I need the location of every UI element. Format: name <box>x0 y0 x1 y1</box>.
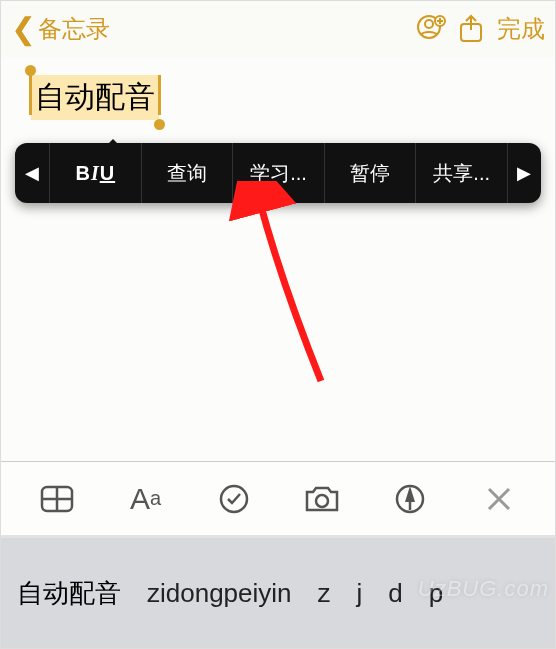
text-format-icon[interactable]: Aa <box>121 475 169 523</box>
camera-icon[interactable] <box>298 475 346 523</box>
add-person-icon[interactable] <box>411 14 451 44</box>
svg-point-1 <box>425 20 433 28</box>
back-button[interactable]: ❮ 备忘录 <box>11 13 110 45</box>
ime-candidate[interactable]: d <box>388 578 402 609</box>
close-icon[interactable] <box>475 475 523 523</box>
ctx-pause-button[interactable]: 暂停 <box>324 143 416 203</box>
table-icon[interactable] <box>33 475 81 523</box>
share-icon[interactable] <box>451 14 491 44</box>
note-body[interactable]: 自动配音 <box>1 57 555 461</box>
ctx-share-button[interactable]: 共享... <box>415 143 507 203</box>
selected-text[interactable]: 自动配音 <box>31 75 159 120</box>
ctx-format-button[interactable]: B I U <box>49 143 141 203</box>
ime-candidate-bar: 自动配音 zidongpeiyin z j d p <box>1 538 555 648</box>
ime-candidate[interactable]: p <box>429 578 443 609</box>
keyboard-toolbar: Aa <box>1 461 555 535</box>
text-context-menu: ◀ B I U 查询 学习... 暂停 共享... ▶ <box>15 143 541 203</box>
checkmark-icon[interactable] <box>210 475 258 523</box>
nav-bar: ❮ 备忘录 完成 <box>1 1 555 57</box>
ime-candidate[interactable]: j <box>357 578 363 609</box>
done-button[interactable]: 完成 <box>497 13 545 45</box>
svg-point-6 <box>316 495 328 507</box>
ime-candidate[interactable]: zidongpeiyin <box>147 578 292 609</box>
chevron-left-icon: ❮ <box>11 14 36 44</box>
back-label: 备忘录 <box>38 13 110 45</box>
markup-icon[interactable] <box>386 475 434 523</box>
ime-candidate[interactable]: z <box>318 578 331 609</box>
ime-candidate[interactable]: 自动配音 <box>17 576 121 611</box>
ctx-learn-button[interactable]: 学习... <box>232 143 324 203</box>
ctx-lookup-button[interactable]: 查询 <box>141 143 233 203</box>
ctx-prev-icon[interactable]: ◀ <box>15 143 49 203</box>
ctx-next-icon[interactable]: ▶ <box>507 143 541 203</box>
